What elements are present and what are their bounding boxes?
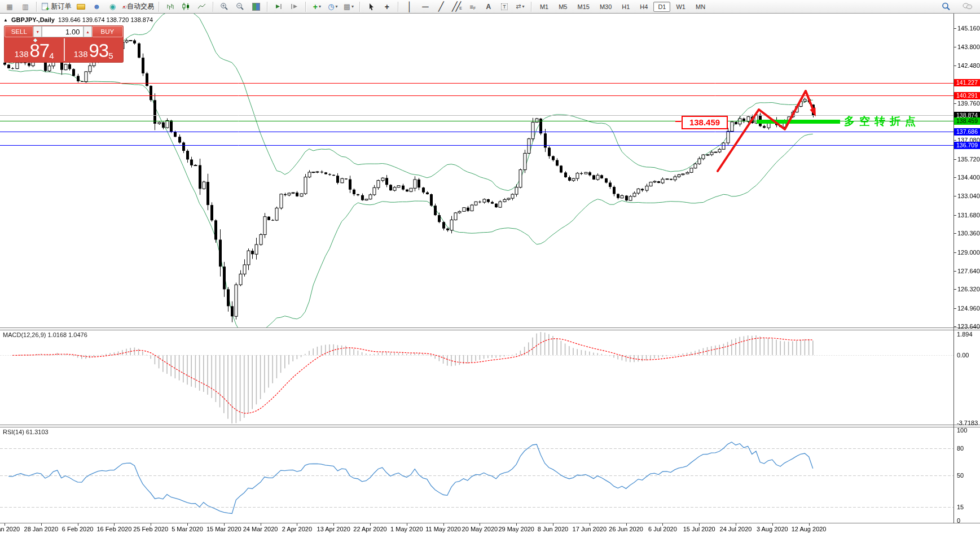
zoom-in-button[interactable] [217,1,232,13]
cursor-icon [368,3,375,11]
horizontal-line-button[interactable]: ─ [418,1,433,13]
volume-decrease-button[interactable]: ▼ [33,26,41,37]
mt4-window: ▦▥+新订单☻◉▱●自动交易+▾◷▾▩▾+│─╱╱╱E≡FAT⇄▾M1M5M15… [0,0,980,533]
templates-button[interactable]: ▩▾ [341,1,357,13]
date-label: 5 Mar 2020 [172,526,203,532]
turning-point-annotation[interactable]: 多空转折点 [844,114,920,129]
sell-button[interactable]: SELL [5,26,33,37]
gold-icon [77,4,85,10]
date-label: 28 Jan 2020 [24,526,59,532]
date-label: 12 Aug 2020 [792,526,827,532]
bid-pip-digit: 4 [49,51,54,60]
toolbar-group-5: +▾◷▾▩▾ [307,1,358,13]
price-tick-129.000: 129.000 [957,249,980,256]
text-button[interactable]: A [481,1,496,13]
date-label: 24 Mar 2020 [243,526,278,532]
text-label-button[interactable]: T [496,1,512,13]
arrows-button[interactable]: ⇄▾ [512,1,528,13]
volume-increase-button[interactable]: ▲ [84,26,91,37]
bar-chart-button[interactable] [162,1,178,13]
candlestick-chart-button[interactable] [178,1,194,13]
indicators-button-caret-icon[interactable]: ▾ [319,4,321,9]
search-button[interactable] [938,1,954,13]
cursor-button[interactable] [363,1,379,13]
date-label: 22 Apr 2020 [353,526,386,532]
macd-axis-1.894: 1.894 [957,331,973,338]
line-chart-button[interactable] [194,1,210,13]
vertical-line-button[interactable]: │ [402,1,418,13]
equidistant-channel-button[interactable]: ╱╱E [449,1,465,13]
rsi-axis-50: 50 [957,472,964,479]
vline-icon: │ [407,2,412,12]
timeframe-h4-button[interactable]: H4 [635,2,652,12]
price-tick-127.640: 127.640 [957,268,980,274]
indicators-button[interactable]: +▾ [309,1,325,13]
date-label: 1 May 2020 [390,526,423,532]
timeframe-mn-button[interactable]: MN [691,2,710,12]
toolbar-separator [36,2,37,12]
toolbar-group-2 [161,1,212,13]
macd-label: MACD(12,26,9) 1.0168 1.0476 [3,331,87,338]
toolbar-group-3 [215,1,266,13]
timeframe-w1-button[interactable]: W1 [671,2,690,12]
fibonacci-button[interactable]: ≡F [465,1,481,13]
trendline-button[interactable]: ╱ [433,1,449,13]
auto-trading-button[interactable]: ▱●自动交易 [120,1,155,13]
auto-scroll-button[interactable] [271,1,287,13]
profile-report-button[interactable]: ▥ [17,1,33,13]
report-icon: ▥ [22,3,28,10]
chart-canvas[interactable] [0,0,980,533]
tile-icon [252,3,260,11]
date-axis-border [0,523,980,523]
price-badge-136.709: 136.709 [954,142,980,149]
date-label: 25 Feb 2020 [133,526,168,532]
templates-button-caret-icon[interactable]: ▾ [351,4,354,9]
community-button[interactable]: ☻ [89,1,104,13]
timeframe-m15-button[interactable]: M15 [573,2,594,12]
date-label: 16 Feb 2020 [97,526,132,532]
ask-price: 138 93 5 [64,37,123,62]
volume-input[interactable]: 1.00 [42,26,84,37]
symbol-title: GBPJPY-,Daily [11,16,55,23]
tile-windows-button[interactable] [248,1,264,13]
timeframe-h1-button[interactable]: H1 [617,2,634,12]
signals-button[interactable]: ◉ [104,1,120,13]
chat-button[interactable] [960,1,975,13]
timeframe-m1-button[interactable]: M1 [535,2,553,12]
timeframe-group: M1M5M15M30H1H4D1W1MN [533,1,712,13]
macd-axis--3.7183: -3.7183 [957,420,978,426]
periods-button-caret-icon[interactable]: ▾ [336,4,338,9]
trendline-icon: ╱ [438,1,444,12]
signal-icon: ◉ [109,3,116,10]
price-tick-124.960: 124.960 [957,305,980,312]
timeframe-m5-button[interactable]: M5 [554,2,572,12]
price-tick-143.800: 143.800 [957,43,980,50]
one-click-trading-panel: SELL ▼ 1.00 ▲ BUY 138 87 4 138 93 5 [5,26,123,62]
timeframe-d1-button[interactable]: D1 [653,2,670,12]
date-label: 8 Jun 2020 [538,526,568,532]
new-order-button[interactable]: +新订单 [40,1,73,13]
chartshift-icon [290,2,298,11]
toolbar-separator [398,2,399,12]
price-axis-line [953,14,954,523]
periods-button[interactable]: ◷▾ [325,1,341,13]
price-badge-137.686: 137.686 [954,128,980,136]
market-gold-button[interactable] [73,1,89,13]
arrows-button-caret-icon[interactable]: ▾ [522,4,525,9]
channel-icon: ╱╱ [452,1,459,12]
zoom-in-icon [220,2,228,11]
panel-separator-rsi[interactable] [0,425,980,427]
community-icon: ☻ [93,3,101,10]
level-price-box[interactable]: 138.459 [682,116,728,129]
chart-shift-button[interactable] [287,1,302,13]
price-tick-123.640: 123.640 [957,323,980,330]
panel-separator-macd[interactable] [0,327,980,330]
timeframe-m30-button[interactable]: M30 [595,2,616,12]
zoom-out-button[interactable] [232,1,248,13]
buy-button[interactable]: BUY [92,26,123,37]
crosshair-button[interactable]: + [379,1,395,13]
charts-list-button[interactable]: ▦ [2,1,17,13]
toolbar-separator [213,2,214,12]
price-tick-131.680: 131.680 [957,212,980,219]
one-click-collapse-icon[interactable]: ▲ [3,18,8,23]
